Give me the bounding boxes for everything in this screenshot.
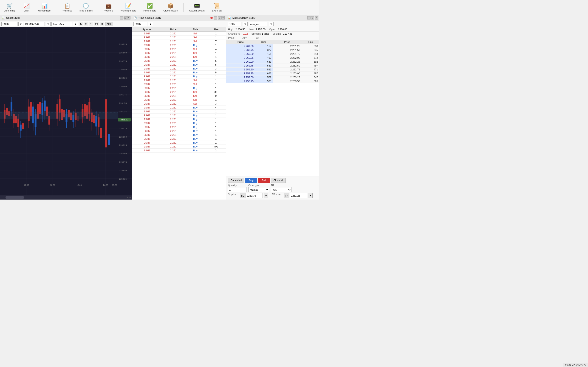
ts-symbol-dropdown[interactable]: ▼ <box>148 22 153 26</box>
sell-button[interactable]: Sell <box>258 178 270 183</box>
ts-row[interactable]: ESH7 2 261 Buy 1 <box>132 86 226 90</box>
ts-row[interactable]: ESH7 2 261 Sell 1 <box>132 32 226 35</box>
ts-row[interactable]: ESH7 2 261 Buy 400 <box>132 145 226 149</box>
md-symbol-input[interactable] <box>228 22 242 26</box>
toolbar-chart[interactable]: 📈 Chart <box>21 2 32 13</box>
chart-minimize-btn[interactable]: – <box>120 16 123 19</box>
quantity-input[interactable] <box>228 187 246 192</box>
md-row[interactable]: 2 260.50 451 2 261.75 313 <box>226 52 319 56</box>
ts-row[interactable]: ESH7 2 261 Sell 36 <box>132 90 226 94</box>
sl-input[interactable] <box>246 193 263 198</box>
ts-row[interactable]: ESH7 2 261 Buy 4 <box>132 106 226 110</box>
chart-panel-buttons: – □ × <box>120 16 130 19</box>
md-bid-size: 523 <box>255 79 273 83</box>
ts-row[interactable]: ESH7 2 261 Buy 1 <box>132 121 226 125</box>
chart-symbol-dropdown[interactable]: ▼ <box>18 22 23 26</box>
chart-timeframe-input[interactable] <box>52 22 72 26</box>
chart-save-btn[interactable]: 💾 <box>94 22 99 26</box>
md-ask-price: 2 261.75 <box>273 52 301 56</box>
ts-row[interactable]: ESH7 2 261 Sell 1 <box>132 51 226 55</box>
chart-scrollbar[interactable]: H+9 <box>0 195 132 200</box>
ts-row[interactable]: ESH7 2 261 Buy 1 <box>132 75 226 78</box>
md-row[interactable]: 2 260.75 327 2 261.50 345 <box>226 48 319 52</box>
chart-indicators-btn[interactable]: ⬍ <box>84 22 88 26</box>
ts-row[interactable]: ESH7 2 261 Buy 3 <box>132 67 226 71</box>
chart-compare-btn[interactable]: ⇅ <box>79 22 83 26</box>
md-spread-label: Spread <box>251 32 259 35</box>
ts-row[interactable]: ESH7 2 261 Buy 1 <box>132 133 226 137</box>
chart-timeframe-dropdown[interactable]: ▼ <box>73 22 78 26</box>
chart-close-btn[interactable]: × <box>127 16 130 19</box>
ts-row[interactable]: ESH7 2 261 Sell 1 <box>132 55 226 59</box>
sl-toggle-btn[interactable]: ▼ <box>264 193 268 198</box>
ts-row[interactable]: ESH7 2 261 Sell 1 <box>132 35 226 40</box>
toolbar-market-depth[interactable]: 📊 Market depth <box>36 2 53 13</box>
cancel-all-button[interactable]: Cancel all <box>228 178 244 183</box>
chart-settings-btn[interactable]: ⚙ <box>100 22 104 26</box>
ts-row[interactable]: ESH7 2 261 Sell 3 <box>132 102 226 106</box>
ts-row[interactable]: ESH7 2 261 Buy 1 <box>132 114 226 117</box>
toolbar-time-sales[interactable]: 🕐 Time & Sales <box>77 2 95 13</box>
md-row[interactable]: 2 258.75 523 2 263.50 565 <box>226 79 319 83</box>
md-table-container[interactable]: Price Size Price Size 2 261.00 157 2 261… <box>226 40 319 176</box>
chart-auto-btn[interactable]: Auto <box>105 22 113 26</box>
toolbar-watchlist[interactable]: 📋 Watchlist <box>61 2 73 13</box>
ts-row[interactable]: ESH7 2 261 Sell 4 <box>132 47 226 51</box>
md-maximize-btn[interactable]: □ <box>311 16 314 19</box>
order-type-select[interactable]: Market Limit Stop <box>248 187 269 192</box>
chart-symbol-input[interactable] <box>1 22 17 26</box>
chart-account-dropdown[interactable]: ▼ <box>46 22 51 26</box>
toolbar-event-log[interactable]: 📜 Event log <box>210 2 224 13</box>
ts-row[interactable]: ESH7 2 261 Buy 1 <box>132 43 226 47</box>
ts-close-btn[interactable]: × <box>221 16 225 19</box>
ts-row[interactable]: ESH7 2 261 Sell 1 <box>132 78 226 82</box>
ts-row[interactable]: ESH7 2 261 Buy 1 <box>132 125 226 129</box>
ts-maximize-btn[interactable]: □ <box>218 16 221 19</box>
filled-orders-label: Filled orders <box>143 9 156 12</box>
ts-row[interactable]: ESH7 2 261 Sell 9 <box>132 94 226 98</box>
ts-row[interactable]: ESH7 2 261 Buy 1 <box>132 137 226 141</box>
ts-minimize-btn[interactable]: – <box>214 16 217 19</box>
ts-row[interactable]: ESH7 2 261 Buy 1 <box>132 141 226 145</box>
md-minimize-btn[interactable]: – <box>307 16 311 19</box>
ts-row[interactable]: ESH7 2 261 Sell 1 <box>132 98 226 102</box>
md-row[interactable]: 2 260.25 492 2 262.00 372 <box>226 56 319 60</box>
ts-row[interactable]: ESH7 2 261 Sell 7 <box>132 40 226 43</box>
md-account-input[interactable] <box>249 22 267 26</box>
ts-row[interactable]: ESH7 2 261 Buy 2 <box>132 149 226 152</box>
tif-select[interactable]: IOC GTC Day <box>271 187 292 192</box>
tp-toggle-btn[interactable]: ▼ <box>308 193 313 198</box>
chart-draw-btn[interactable]: ✏ <box>89 22 93 26</box>
toolbar-positions[interactable]: 💼 Positions <box>102 2 115 13</box>
ts-row[interactable]: ESH7 2 261 Buy 5 <box>132 59 226 63</box>
md-account-dropdown[interactable]: ▼ <box>269 22 274 26</box>
ts-row[interactable]: ESH7 2 261 Buy 1 <box>132 110 226 114</box>
ts-symbol: ESH7 <box>132 78 162 82</box>
ts-row[interactable]: ESH7 2 261 Buy 1 <box>132 117 226 121</box>
toolbar-filled-orders[interactable]: ✅ Filled orders <box>141 2 158 13</box>
toolbar-working-orders[interactable]: 📝 Working orders <box>119 2 138 13</box>
toolbar-order-entry[interactable]: 🛒 Order entry <box>2 2 17 13</box>
md-symbol-dropdown[interactable]: ▼ <box>243 22 248 26</box>
md-row[interactable]: 2 259.75 531 2 262.50 497 <box>226 64 319 68</box>
md-row[interactable]: 2 261.00 157 2 261.25 338 <box>226 44 319 48</box>
ts-table[interactable]: Symbol Price Side Size ESH7 2 261 Sell 1… <box>132 27 226 200</box>
md-row[interactable]: 2 260.00 641 2 262.25 392 <box>226 60 319 64</box>
ts-row[interactable]: ESH7 2 261 Sell 1 <box>132 82 226 86</box>
ts-row[interactable]: ESH7 2 261 Buy 5 <box>132 63 226 67</box>
tp-input[interactable] <box>290 193 307 198</box>
ts-row[interactable]: ESH7 2 261 Buy 8 <box>132 71 226 75</box>
ts-price: 2 261 <box>162 51 185 55</box>
md-row[interactable]: 2 259.50 581 2 262.75 471 <box>226 68 319 72</box>
chart-maximize-btn[interactable]: □ <box>124 16 127 19</box>
ts-row[interactable]: ESH7 2 261 Buy 1 <box>132 129 226 133</box>
ts-symbol-input[interactable] <box>133 22 147 26</box>
md-row[interactable]: 2 259.00 572 2 263.25 547 <box>226 75 319 79</box>
chart-account-input[interactable] <box>24 22 45 26</box>
close-all-button[interactable]: Close all <box>271 178 286 183</box>
md-close-btn[interactable]: × <box>315 16 318 19</box>
buy-button[interactable]: Buy <box>245 178 257 183</box>
md-row[interactable]: 2 259.25 662 2 263.00 497 <box>226 72 319 75</box>
toolbar-account-details[interactable]: 📟 Account details <box>187 2 207 13</box>
toolbar-orders-history[interactable]: 📦 Orders history <box>162 2 180 13</box>
